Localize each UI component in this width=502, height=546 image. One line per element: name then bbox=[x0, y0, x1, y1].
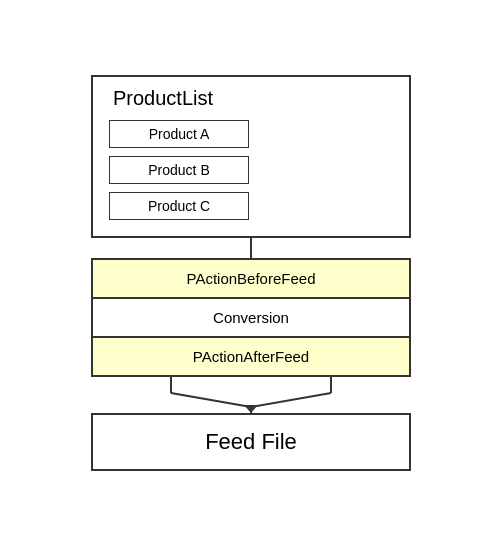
conversion-box: Conversion bbox=[91, 299, 411, 338]
svg-line-3 bbox=[251, 393, 331, 407]
svg-line-2 bbox=[171, 393, 251, 407]
paction-before-box: PActionBeforeFeed bbox=[91, 258, 411, 299]
product-list-title: ProductList bbox=[109, 87, 393, 110]
arrow-connector bbox=[91, 377, 411, 413]
product-list-box: ProductList Product A Product B Product … bbox=[91, 75, 411, 238]
connector-line-1 bbox=[250, 238, 252, 258]
product-item-c: Product C bbox=[109, 192, 249, 220]
product-item-b: Product B bbox=[109, 156, 249, 184]
paction-after-label: PActionAfterFeed bbox=[193, 348, 309, 365]
feed-file-box: Feed File bbox=[91, 413, 411, 471]
product-item-a: Product A bbox=[109, 120, 249, 148]
paction-after-box: PActionAfterFeed bbox=[91, 338, 411, 377]
architecture-diagram: ProductList Product A Product B Product … bbox=[41, 75, 461, 471]
svg-marker-5 bbox=[244, 405, 258, 413]
conversion-label: Conversion bbox=[213, 309, 289, 326]
feed-file-label: Feed File bbox=[205, 429, 297, 454]
paction-before-label: PActionBeforeFeed bbox=[187, 270, 316, 287]
